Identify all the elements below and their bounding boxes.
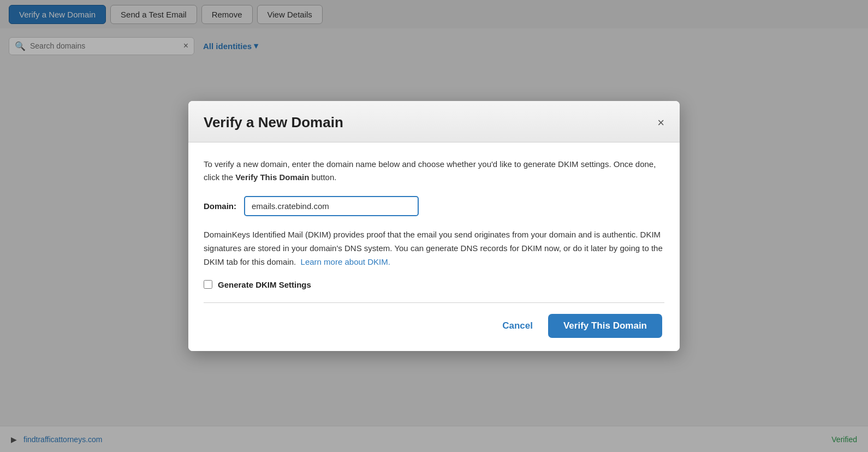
description-bold: Verify This Domain [235, 173, 309, 182]
cancel-button[interactable]: Cancel [496, 316, 539, 336]
modal-title: Verify a New Domain [204, 114, 343, 131]
modal-body: To verify a new domain, enter the domain… [188, 142, 680, 350]
dkim-learn-more-link[interactable]: Learn more about DKIM. [301, 257, 390, 266]
verify-domain-modal: Verify a New Domain × To verify a new do… [188, 101, 680, 350]
generate-dkim-row: Generate DKIM Settings [204, 280, 664, 289]
modal-description: To verify a new domain, enter the domain… [204, 158, 664, 184]
dkim-description: DomainKeys Identified Mail (DKIM) provid… [204, 228, 664, 269]
dkim-description-text: DomainKeys Identified Mail (DKIM) provid… [204, 230, 663, 266]
verify-domain-button[interactable]: Verify This Domain [548, 314, 662, 338]
generate-dkim-label: Generate DKIM Settings [218, 280, 311, 289]
domain-input[interactable] [244, 196, 419, 216]
description-text-part2: button. [309, 173, 336, 182]
modal-footer: Cancel Verify This Domain [204, 314, 664, 338]
domain-input-row: Domain: [204, 196, 664, 216]
domain-field-label: Domain: [204, 201, 236, 211]
generate-dkim-checkbox[interactable] [204, 280, 212, 289]
modal-overlay: Verify a New Domain × To verify a new do… [0, 0, 868, 452]
modal-header: Verify a New Domain × [188, 101, 680, 142]
modal-divider [204, 302, 664, 303]
modal-close-button[interactable]: × [657, 117, 664, 129]
